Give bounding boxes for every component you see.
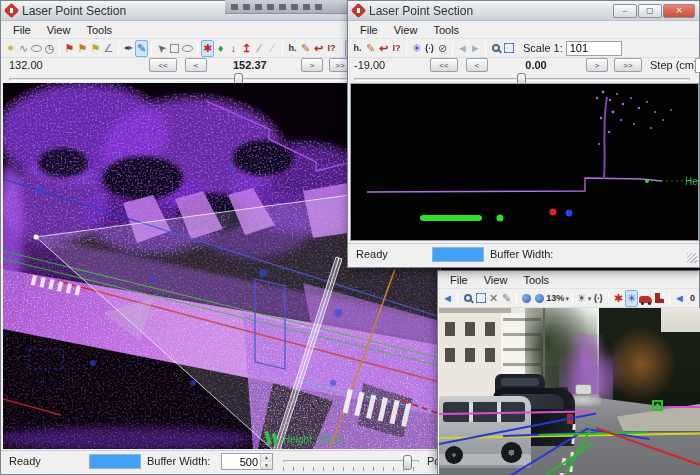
arrow-up-bar-red-icon[interactable]: ↥ [240, 40, 253, 57]
menu-file[interactable]: File [5, 22, 39, 38]
inspect-info-icon[interactable]: I? [325, 40, 338, 57]
menu-tools[interactable]: Tools [78, 22, 120, 38]
point-marker-red-icon[interactable]: ✱ [201, 40, 214, 57]
close-button[interactable]: ✕ [663, 4, 695, 18]
oval-select-icon[interactable] [181, 40, 194, 57]
rect-select-icon[interactable] [168, 40, 181, 57]
height-tool-icon[interactable]: h. [286, 40, 299, 57]
prev-arrow-icon[interactable]: ◄ [456, 40, 469, 57]
next-all-button[interactable]: >> [614, 58, 642, 72]
point-marker-red-icon[interactable]: ✱ [612, 290, 625, 307]
toolbar-separator [485, 42, 486, 55]
main-statusbar: Ready Buffer Width: ▲▼ Po [1, 450, 440, 472]
buffer-width-spinner[interactable]: ▲▼ [221, 453, 273, 470]
selected-point-marker[interactable] [652, 400, 663, 411]
zoom-magnifier-icon[interactable] [461, 290, 474, 307]
spin-down-icon[interactable]: ▼ [261, 462, 272, 470]
section-menubar: FileViewTools [348, 21, 699, 39]
minimize-button[interactable]: – [613, 4, 637, 18]
zoom-in-circle-icon[interactable] [520, 290, 533, 307]
zoom-region-icon[interactable]: ✕ [487, 290, 500, 307]
zoom-magnifier-icon[interactable] [489, 40, 502, 57]
photo-minivan-wheel-front [445, 446, 463, 464]
screen: Laser Point Section FileViewTools ✶∿◷⚑⚑⚑… [0, 0, 700, 475]
surveyor-icon[interactable]: ✒ [122, 40, 135, 57]
back-arrow-icon[interactable]: ◄ [441, 290, 454, 307]
prev-button[interactable]: < [185, 58, 207, 72]
green-point [497, 215, 504, 222]
fit-view-icon[interactable] [502, 40, 515, 57]
fit-view-icon[interactable] [474, 290, 487, 307]
flag-orange-icon[interactable]: ⚑ [76, 40, 89, 57]
footsteps-icon[interactable]: (∙) [423, 40, 436, 57]
step-input[interactable] [695, 58, 700, 73]
red-point [550, 209, 557, 216]
menu-file[interactable]: File [442, 272, 476, 288]
annotate-pencil-icon[interactable]: ✎ [299, 40, 312, 57]
pan-pen-icon[interactable]: ✎ [500, 290, 513, 307]
camera-photo-view[interactable] [439, 308, 700, 475]
slope-line-light-icon[interactable]: ∕ [266, 40, 279, 57]
position-slider[interactable] [354, 78, 690, 81]
zoom-out-circle-icon[interactable] [533, 290, 546, 307]
menu-tools[interactable]: Tools [515, 272, 557, 288]
buffer-progress-bar [89, 454, 141, 469]
toolbar-separator [457, 292, 458, 305]
footsteps-icon[interactable]: (∙) [592, 290, 605, 307]
slope-line-icon[interactable]: ∕ [253, 40, 266, 57]
menu-view[interactable]: View [476, 272, 516, 288]
spin-up-icon[interactable]: ▲ [261, 454, 272, 462]
point-marker-blue-icon[interactable]: ✳ [410, 40, 423, 57]
buffer-green-bar [420, 215, 482, 221]
annotate-pencil-icon[interactable]: ✎ [364, 40, 377, 57]
inspect-info-icon[interactable]: I? [390, 40, 403, 57]
maximize-button[interactable]: ▢ [638, 4, 662, 18]
hide-glasses-icon[interactable]: ⊘ [436, 40, 449, 57]
angle-tool-icon[interactable]: ∠ [102, 40, 115, 57]
car-icon[interactable] [638, 290, 653, 307]
ellipse-tool-icon[interactable] [30, 40, 43, 57]
draw-section-pencil-icon[interactable]: ✎ [135, 40, 148, 57]
section-titlebar[interactable]: Laser Point Section – ▢ ✕ [348, 1, 699, 21]
new-star-icon[interactable]: ✶ [4, 40, 17, 57]
buffer-width-input[interactable] [222, 454, 260, 469]
green-diamond-icon[interactable]: ♦ [214, 40, 227, 57]
next-arrow-icon[interactable]: ► [469, 40, 482, 57]
menu-file[interactable]: File [352, 22, 386, 38]
zoom-level-label[interactable]: 13%▾ [546, 290, 569, 307]
arrow-down-red-icon[interactable]: ↓ [227, 40, 240, 57]
curve-icon[interactable]: ∿ [17, 40, 30, 57]
window-photo: FileViewTools ◄✕✎13%▾☀▾(∙)✱✳◄0 [437, 270, 700, 475]
counter-label[interactable]: 0 [686, 290, 699, 307]
status-slider[interactable] [283, 460, 419, 463]
menu-view[interactable]: View [39, 22, 79, 38]
select-cursor-icon[interactable]: ➤ [155, 40, 168, 57]
menu-tools[interactable]: Tools [425, 22, 467, 38]
cross-section-view[interactable]: Heig [350, 83, 699, 241]
main-window-title: Laser Point Section [22, 4, 126, 18]
background-window-titlebar[interactable] [225, 0, 347, 14]
next-button[interactable]: > [586, 58, 608, 72]
next-button[interactable]: > [301, 58, 323, 72]
resize-grip[interactable] [687, 253, 697, 263]
undo-red-icon[interactable]: ↩ [312, 40, 325, 57]
boot-icon[interactable] [653, 290, 666, 307]
flag-red-icon[interactable]: ⚑ [63, 40, 76, 57]
prev-all-button[interactable]: << [149, 58, 177, 72]
height-tool-icon[interactable]: h. [351, 40, 364, 57]
prev-all-button[interactable]: << [430, 58, 458, 72]
height-marker-right: Heig [645, 176, 699, 187]
prev-button[interactable]: < [466, 58, 488, 72]
undo-red-icon[interactable]: ↩ [377, 40, 390, 57]
scale-input[interactable] [566, 41, 622, 56]
spinner-arrows[interactable]: ▲▼ [260, 454, 272, 469]
buffer-width-label: Buffer Width: [490, 248, 553, 260]
point-marker-blue-icon[interactable]: ✳ [625, 290, 638, 307]
history-clock-icon[interactable]: ◷ [43, 40, 56, 57]
toolbar-separator [452, 42, 453, 55]
flag-yellow-icon[interactable]: ⚑ [89, 40, 102, 57]
back-arrow2-icon[interactable]: ◄ [673, 290, 686, 307]
menu-view[interactable]: View [386, 22, 426, 38]
range-current-value: 0.00 [506, 59, 566, 71]
brightness-icon[interactable]: ☀▾ [576, 290, 592, 307]
